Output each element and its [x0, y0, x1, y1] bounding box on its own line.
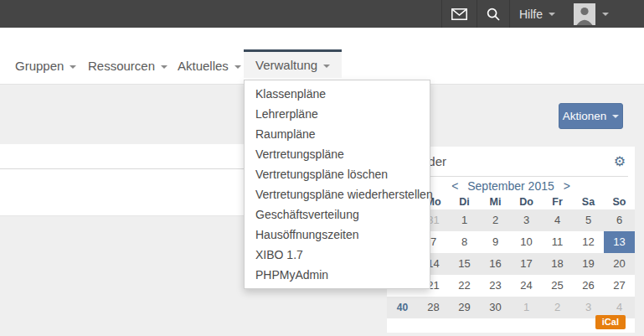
mail-button[interactable] [441, 0, 477, 28]
chevron-down-icon [234, 65, 241, 69]
prev-month-button[interactable]: < [450, 179, 460, 193]
calendar-day[interactable]: 8 [449, 231, 480, 253]
mail-icon [451, 8, 467, 20]
topbar: Hilfe [0, 0, 644, 28]
menu-item-gesch-ftsverteilung[interactable]: Geschäftsverteilung [245, 204, 430, 225]
day-header: Di [449, 195, 480, 209]
menu-item-vertretungspl-ne[interactable]: Vertretungspläne [245, 144, 430, 164]
calendar-day[interactable]: 15 [449, 253, 480, 275]
menu-item-vertretungspl-ne-wiederherstellen[interactable]: Vertretungspläne wiederherstellen [245, 184, 430, 204]
day-header: Sa [573, 195, 604, 209]
menu-item-vertretungspl-ne-l-schen[interactable]: Vertretungspläne löschen [245, 164, 430, 184]
calendar-day[interactable]: 4 [542, 209, 573, 231]
calendar-day[interactable]: 26 [573, 275, 604, 297]
calendar-day[interactable]: 6 [604, 209, 635, 231]
calendar-day[interactable]: 19 [573, 253, 604, 275]
calendar-day[interactable]: 1 [449, 209, 480, 231]
topbar-right-cluster: Hilfe [441, 0, 620, 28]
nav-item-label: Gruppen [15, 59, 64, 73]
actions-button-label: Aktionen [563, 110, 607, 122]
day-header: Fr [542, 195, 573, 209]
chevron-down-icon [323, 65, 330, 68]
chevron-down-icon [612, 115, 619, 118]
help-menu[interactable]: Hilfe [509, 0, 564, 28]
nav-band: GruppenRessourcenAktuellesVerwaltung [0, 28, 644, 85]
nav-item-label: Verwaltung [255, 58, 317, 72]
calendar-day[interactable]: 2 [480, 209, 511, 231]
day-header: So [604, 195, 635, 209]
calendar-day[interactable]: 1 [511, 297, 542, 318]
calendar-day[interactable]: 10 [511, 231, 542, 253]
calendar-day[interactable]: 22 [449, 275, 480, 297]
nav-item-ressourcen[interactable]: Ressourcen [76, 52, 179, 80]
nav-item-label: Aktuelles [178, 59, 229, 73]
calendar-day[interactable]: 2 [542, 297, 573, 318]
calendar-day[interactable]: 30 [480, 297, 511, 318]
day-header: Do [511, 195, 542, 209]
calendar-day[interactable]: 5 [573, 209, 604, 231]
menu-item-raumpl-ne[interactable]: Raumpläne [245, 124, 430, 144]
week-number: 40 [387, 297, 418, 318]
month-label: September 2015 [467, 179, 554, 193]
verwaltung-dropdown-menu: KlassenpläneLehrerpläneRaumpläneVertretu… [244, 80, 430, 289]
search-icon [487, 8, 500, 21]
calendar-day[interactable]: 9 [480, 231, 511, 253]
nav-item-aktuelles[interactable]: Aktuelles [166, 52, 253, 80]
help-label: Hilfe [519, 8, 543, 21]
menu-item-xibo-1-7[interactable]: XIBO 1.7 [245, 245, 430, 265]
ical-button[interactable]: iCal [595, 315, 626, 329]
menu-item-lehrerpl-ne[interactable]: Lehrerpläne [245, 104, 430, 124]
calendar-day[interactable]: 12 [573, 231, 604, 253]
calendar-day[interactable]: 25 [542, 275, 573, 297]
nav-item-verwaltung[interactable]: Verwaltung [244, 49, 342, 78]
menu-item-phpmyadmin[interactable]: PHPMyAdmin [245, 265, 430, 285]
calendar-day[interactable]: 17 [511, 253, 542, 275]
chevron-down-icon [602, 13, 609, 16]
calendar-day[interactable]: 3 [511, 209, 542, 231]
calendar-day[interactable]: 11 [542, 231, 573, 253]
nav-item-label: Ressourcen [88, 59, 155, 73]
calendar-day[interactable]: 29 [449, 297, 480, 318]
calendar-day[interactable]: 18 [542, 253, 573, 275]
calendar-day[interactable]: 20 [604, 253, 635, 275]
menu-item-haus-ffnungszeiten[interactable]: Hausöffnungszeiten [245, 225, 430, 245]
actions-button[interactable]: Aktionen [559, 103, 623, 129]
day-header: Mi [480, 195, 511, 209]
calendar-day[interactable]: 24 [511, 275, 542, 297]
calendar-day[interactable]: 23 [480, 275, 511, 297]
calendar-day[interactable]: 28 [418, 297, 449, 318]
next-month-button[interactable]: > [562, 179, 572, 193]
chevron-down-icon [549, 13, 555, 16]
gear-icon[interactable]: ⚙ [614, 147, 626, 176]
avatar [574, 3, 595, 25]
user-menu[interactable] [564, 0, 620, 28]
search-button[interactable] [477, 0, 509, 28]
calendar-day-selected[interactable]: 13 [604, 231, 635, 253]
menu-item-klassenpl-ne[interactable]: Klassenpläne [245, 84, 430, 104]
calendar-day[interactable]: 27 [604, 275, 635, 297]
calendar-day[interactable]: 16 [480, 253, 511, 275]
